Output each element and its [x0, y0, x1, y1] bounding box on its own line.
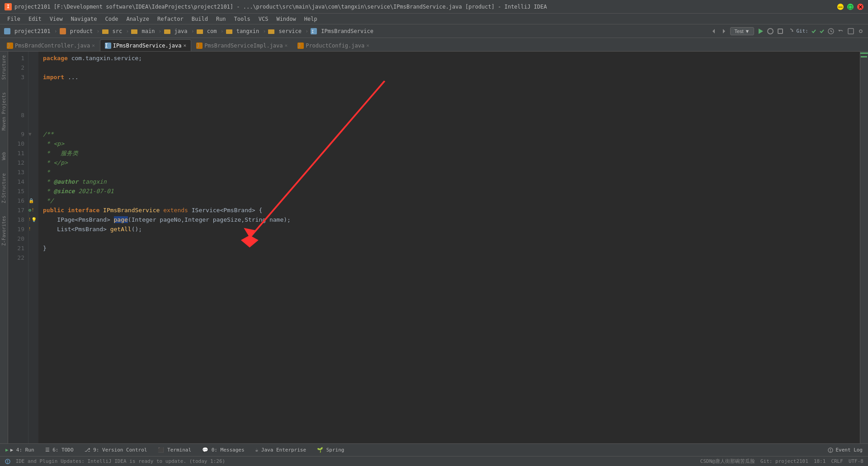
- build-icon[interactable]: [777, 28, 784, 35]
- run-tool-button[interactable]: ▶ ▶ 4: Run: [4, 446, 36, 454]
- code-line-14: * @author tangxin: [43, 177, 860, 186]
- menu-view[interactable]: View: [46, 15, 66, 23]
- todo-tool-button[interactable]: ☰ 6: TODO: [43, 446, 75, 454]
- svg-marker-10: [712, 29, 715, 33]
- nav-file[interactable]: IPmsBrandService: [319, 27, 375, 35]
- zstructure-panel-toggle[interactable]: Z-Structure: [1, 171, 6, 205]
- tab-label-config: ProductConfig.java: [306, 43, 364, 49]
- nav-main[interactable]: main: [140, 27, 156, 35]
- maven-panel-toggle[interactable]: Maven Projects: [1, 90, 6, 132]
- bulb-icon-18[interactable]: 💡: [31, 215, 37, 224]
- tab-pmsbrandserviceimpl[interactable]: J PmsBrandServiceImpl.java ✕: [191, 39, 292, 51]
- code-line-13: *: [43, 167, 860, 177]
- run-config-button[interactable]: Test ▼: [730, 27, 754, 35]
- nav-back-icon[interactable]: [710, 28, 717, 35]
- menu-build[interactable]: Build: [188, 15, 212, 23]
- folder-icon-src: [102, 29, 109, 34]
- nav-project[interactable]: project2101: [13, 27, 52, 35]
- main-layout: Structure Maven Projects Web Z-Structure…: [0, 52, 868, 443]
- push-icon[interactable]: [847, 28, 854, 35]
- module-icon: [59, 28, 66, 35]
- code-line-3: import ...: [43, 72, 860, 82]
- code-line-9: /**: [43, 129, 860, 139]
- line-col-status[interactable]: 18:1: [814, 458, 826, 464]
- messages-tool-button[interactable]: 💬 0: Messages: [200, 446, 246, 454]
- nav-bar: project2101 › product › src › main › jav…: [0, 24, 868, 38]
- left-tool-panel: Structure Maven Projects Web Z-Structure…: [0, 52, 8, 443]
- tab-close-impl[interactable]: ✕: [285, 43, 288, 48]
- nav-java[interactable]: java: [173, 27, 189, 35]
- nav-com[interactable]: com: [205, 27, 219, 35]
- menu-run[interactable]: Run: [212, 15, 230, 23]
- svg-rect-4: [164, 29, 170, 34]
- menu-window[interactable]: Window: [273, 15, 299, 23]
- nav-tangxin[interactable]: tangxin: [235, 27, 261, 35]
- menu-code[interactable]: Code: [102, 15, 122, 23]
- code-line-17: public interface IPmsBrandService extend…: [43, 205, 860, 215]
- favorites-panel-toggle[interactable]: Z-Favorites: [1, 214, 6, 247]
- implements-icon[interactable]: ⊕: [28, 205, 31, 215]
- java-enterprise-button[interactable]: ☕ Java Enterprise: [254, 446, 308, 454]
- vcs-label: ⎇ 9: Version Control: [85, 447, 147, 453]
- run-icon[interactable]: [757, 28, 764, 35]
- menu-refactor[interactable]: Refactor: [154, 15, 187, 23]
- tab-close-controller[interactable]: ✕: [92, 43, 95, 48]
- encoding-status[interactable]: UTF-8: [849, 458, 863, 464]
- close-button[interactable]: ✕: [857, 4, 863, 10]
- svg-point-21: [859, 30, 862, 33]
- menu-file[interactable]: File: [4, 15, 24, 23]
- settings-icon[interactable]: [857, 28, 864, 35]
- minimize-button[interactable]: ─: [837, 4, 844, 10]
- undo-icon[interactable]: [837, 28, 844, 35]
- terminal-tool-button[interactable]: ⬛ Terminal: [156, 446, 193, 454]
- refresh-icon[interactable]: [787, 28, 794, 35]
- nav-forward-icon[interactable]: [720, 28, 727, 35]
- fold-icon-javadoc[interactable]: ▼: [28, 129, 32, 139]
- warning-icon-18[interactable]: !: [28, 215, 31, 224]
- status-text[interactable]: IDE and Plugin Updates: IntelliJ IDEA is…: [16, 458, 226, 464]
- event-log-button[interactable]: Event Log: [826, 446, 864, 454]
- nav-service[interactable]: service: [277, 27, 303, 35]
- menu-vcs[interactable]: VCS: [255, 15, 272, 23]
- code-line-1: package com.tangxin.service;: [43, 53, 860, 63]
- app-icon: I: [5, 3, 12, 10]
- git-branch-status[interactable]: Git: project2101: [760, 458, 808, 464]
- tab-bar: J PmsBrandController.java ✕ I IPmsBrandS…: [0, 38, 868, 52]
- tab-productconfig[interactable]: J ProductConfig.java ✕: [292, 39, 374, 51]
- svg-point-30: [7, 462, 8, 463]
- nav-product[interactable]: product: [68, 27, 95, 35]
- git-label: Git:: [797, 28, 809, 34]
- maximize-button[interactable]: □: [847, 4, 854, 10]
- folder-icon-java: [164, 29, 171, 34]
- code-line-12: * </p>: [43, 158, 860, 167]
- code-editor[interactable]: package com.tangxin.service; import ... …: [38, 52, 860, 443]
- menu-navigate[interactable]: Navigate: [67, 15, 101, 23]
- structure-panel-toggle[interactable]: Structure: [1, 53, 6, 81]
- tab-close-config[interactable]: ✕: [366, 43, 369, 48]
- git-history-icon[interactable]: [827, 28, 835, 35]
- warning-icon-17[interactable]: !: [32, 205, 34, 215]
- menu-analyze[interactable]: Analyze: [123, 15, 153, 23]
- scroll-marker-area[interactable]: [860, 54, 868, 443]
- tab-pmsbrandcontroller[interactable]: J PmsBrandController.java ✕: [2, 39, 100, 51]
- tab-close-service[interactable]: ✕: [184, 43, 187, 48]
- event-log-label: Event Log: [835, 447, 863, 453]
- svg-rect-1: [60, 28, 66, 34]
- menu-tools[interactable]: Tools: [231, 15, 254, 23]
- menu-edit[interactable]: Edit: [25, 15, 45, 23]
- nav-src[interactable]: src: [111, 27, 124, 35]
- tab-ipmsbrandservice[interactable]: I IPmsBrandService.java ✕: [100, 39, 191, 51]
- lock-icon: 🔒: [28, 196, 34, 205]
- line-sep-status[interactable]: CRLF: [831, 458, 843, 464]
- debug-icon[interactable]: [767, 28, 774, 35]
- vcs-tool-button[interactable]: ⎇ 9: Version Control: [83, 446, 149, 454]
- svg-text:I: I: [311, 29, 314, 34]
- menu-help[interactable]: Help: [301, 15, 321, 23]
- spring-button[interactable]: 🌱 Spring: [315, 446, 346, 454]
- web-panel-toggle[interactable]: Web: [1, 150, 6, 162]
- code-line-11: * 服务类: [43, 148, 860, 158]
- run-icon-bottom: ▶: [5, 447, 9, 453]
- title-bar: I project2101 [F:\Development software\I…: [0, 0, 868, 14]
- warning-icon-19[interactable]: !: [28, 224, 31, 234]
- run-tool-label: ▶ 4: Run: [10, 447, 34, 453]
